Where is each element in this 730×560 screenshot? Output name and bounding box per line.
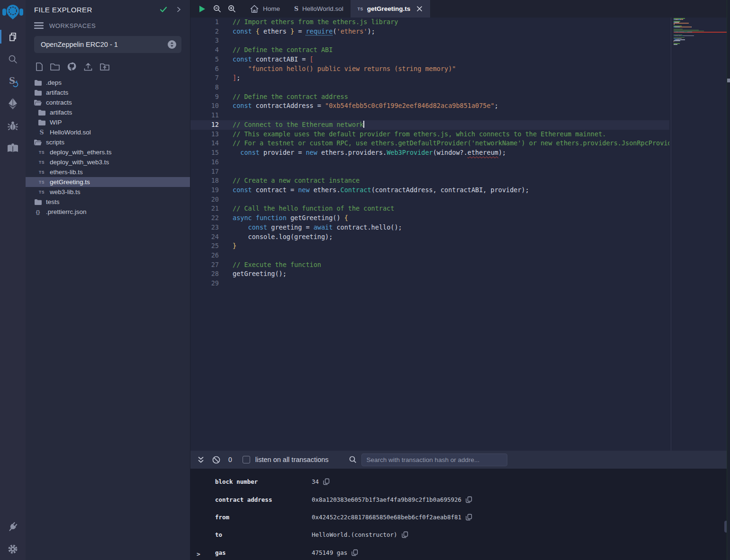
- code-line-28[interactable]: 28getGreeting();: [190, 269, 669, 279]
- code-line-20[interactable]: 20: [190, 195, 669, 204]
- code-line-6[interactable]: 6 "function hello() public view returns …: [190, 64, 669, 74]
- copy-icon[interactable]: [466, 496, 472, 503]
- code-line-13[interactable]: 13// This example uses the default provi…: [190, 130, 669, 139]
- code-line-25[interactable]: 25}: [190, 241, 669, 251]
- terminal-row-block-number: block number34: [190, 473, 730, 490]
- code-line-23[interactable]: 23 const greeting = await contract.hello…: [190, 223, 669, 232]
- minimap[interactable]: [671, 18, 727, 451]
- upload-file-icon[interactable]: [83, 62, 93, 71]
- tree-item-artifacts[interactable]: artifacts: [26, 107, 190, 117]
- terminal-search-input[interactable]: [361, 453, 507, 466]
- activity-deploy-and-run[interactable]: [0, 92, 26, 115]
- code-line-14[interactable]: 14// For a testnet or custom RPC, use et…: [190, 139, 669, 148]
- tab-getGreeting.ts[interactable]: TSgetGreeting.ts: [351, 0, 430, 18]
- chevron-right-icon[interactable]: [175, 6, 182, 13]
- page-scrollbar-thumb[interactable]: [727, 79, 730, 82]
- zoom-in-icon[interactable]: [227, 4, 236, 13]
- activity-settings[interactable]: [0, 538, 26, 560]
- code-text: // Execute the function: [233, 260, 321, 270]
- listen-all-transactions-checkbox[interactable]: [243, 456, 250, 463]
- code-line-11[interactable]: 11: [190, 111, 669, 120]
- zoom-out-icon[interactable]: [213, 4, 222, 13]
- tree-item-artifacts[interactable]: artifacts: [26, 88, 190, 98]
- new-file-icon[interactable]: [35, 62, 44, 71]
- code-line-3[interactable]: 3: [190, 36, 669, 45]
- code-editor[interactable]: 1// Import ethers from the ethers.js lib…: [190, 18, 730, 451]
- run-script-icon[interactable]: [197, 4, 207, 14]
- code-line-16[interactable]: 16: [190, 158, 669, 167]
- gutter-gap: [219, 120, 233, 130]
- tree-item-WIP[interactable]: WIP: [26, 117, 190, 127]
- code-line-2[interactable]: 2const { ethers } = require('ethers');: [190, 27, 669, 36]
- page-scrollbar[interactable]: [727, 0, 730, 560]
- line-number: 1: [190, 18, 219, 27]
- clear-console-icon[interactable]: [212, 455, 221, 464]
- terminal-row-key: contract address: [215, 496, 312, 503]
- code-line-4[interactable]: 4// Define the contract ABI: [190, 45, 669, 55]
- code-text: const contractAddress = "0xb54febb5c0c0f…: [233, 101, 498, 111]
- bug-icon: [7, 120, 18, 132]
- tree-item-.deps[interactable]: .deps: [26, 78, 190, 88]
- tree-item-HelloWorld.sol[interactable]: SHelloWorld.sol: [26, 127, 190, 137]
- copy-icon[interactable]: [402, 531, 408, 538]
- new-folder-icon[interactable]: [50, 62, 60, 71]
- activity-solidity-compiler[interactable]: S: [0, 70, 26, 92]
- tree-item-label: deploy_with_web3.ts: [50, 159, 109, 166]
- code-line-10[interactable]: 10const contractAddress = "0xb54febb5c0c…: [190, 101, 669, 111]
- check-icon[interactable]: [159, 5, 168, 14]
- activity-debugger[interactable]: [0, 115, 26, 137]
- line-number: 5: [190, 55, 219, 64]
- tree-item-web3-lib.ts[interactable]: TSweb3-lib.ts: [26, 187, 190, 197]
- tree-item-getGreeting.ts[interactable]: TSgetGreeting.ts: [26, 177, 190, 187]
- editor-area: HomeSHelloWorld.solTSgetGreeting.ts 1// …: [190, 0, 730, 451]
- code-line-8[interactable]: 8: [190, 83, 669, 92]
- terminal-prompt[interactable]: >: [197, 551, 200, 558]
- tree-item-tests[interactable]: tests: [26, 197, 190, 207]
- ts-icon: TS: [38, 170, 45, 175]
- tree-item-contracts[interactable]: contracts: [26, 98, 190, 107]
- code-line-21[interactable]: 21// Call the hello function of the cont…: [190, 204, 669, 213]
- tree-item-ethers-lib.ts[interactable]: TSethers-lib.ts: [26, 167, 190, 177]
- code-text: "function hello() public view returns (s…: [233, 64, 456, 74]
- upload-folder-icon[interactable]: [99, 62, 110, 71]
- text-cursor: [363, 121, 364, 128]
- code-line-22[interactable]: 22async function getGreeting() {: [190, 213, 669, 223]
- workspace-stepper-icon[interactable]: [167, 40, 177, 49]
- code-line-7[interactable]: 7];: [190, 73, 669, 83]
- github-icon[interactable]: [66, 62, 77, 72]
- tree-item-deploy_with_ethers.ts[interactable]: TSdeploy_with_ethers.ts: [26, 147, 190, 157]
- copy-icon[interactable]: [351, 549, 358, 556]
- solidity-icon: S: [38, 129, 45, 136]
- tree-item-label: ethers-lib.ts: [50, 169, 83, 176]
- terminal-row-key: to: [215, 531, 312, 538]
- tab-Home[interactable]: Home: [243, 0, 287, 18]
- hamburger-menu-icon[interactable]: [34, 22, 44, 29]
- tab-HelloWorld.sol[interactable]: SHelloWorld.sol: [287, 0, 351, 18]
- activity-search[interactable]: [0, 48, 26, 70]
- code-line-1[interactable]: 1// Import ethers from the ethers.js lib…: [190, 18, 669, 27]
- code-line-5[interactable]: 5const contractABI = [: [190, 55, 669, 64]
- copy-icon[interactable]: [466, 514, 472, 521]
- code-line-26[interactable]: 26: [190, 251, 669, 260]
- code-line-12[interactable]: 12// Connect to the Ethereum network: [190, 120, 669, 130]
- code-line-27[interactable]: 27// Execute the function: [190, 260, 669, 270]
- terminal-row-to: toHelloWorld.(constructor): [190, 526, 730, 543]
- code-line-24[interactable]: 24 console.log(greeting);: [190, 232, 669, 242]
- close-tab-icon[interactable]: [416, 5, 423, 12]
- expand-terminal-icon[interactable]: [197, 456, 205, 464]
- workspace-select[interactable]: OpenZeppelin ERC20 - 1: [34, 36, 181, 53]
- activity-plugin-manager[interactable]: [0, 516, 26, 538]
- code-line-29[interactable]: 29: [190, 279, 669, 288]
- tree-item-scripts[interactable]: scripts: [26, 137, 190, 147]
- activity-learneth[interactable]: [0, 137, 26, 159]
- tree-item-deploy_with_web3.ts[interactable]: TSdeploy_with_web3.ts: [26, 157, 190, 167]
- code-line-15[interactable]: 15 const provider = new ethers.providers…: [190, 148, 669, 158]
- copy-icon[interactable]: [323, 478, 330, 485]
- activity-file-explorer[interactable]: [0, 26, 26, 48]
- code-line-17[interactable]: 17: [190, 167, 669, 177]
- panel-header: FILE EXPLORER: [26, 0, 190, 16]
- code-line-9[interactable]: 9// Define the contract address: [190, 92, 669, 102]
- code-line-19[interactable]: 19const contract = new ethers.Contract(c…: [190, 186, 669, 195]
- tree-item-.prettierrc.json[interactable]: {}.prettierrc.json: [26, 207, 190, 217]
- code-line-18[interactable]: 18// Create a new contract instance: [190, 176, 669, 186]
